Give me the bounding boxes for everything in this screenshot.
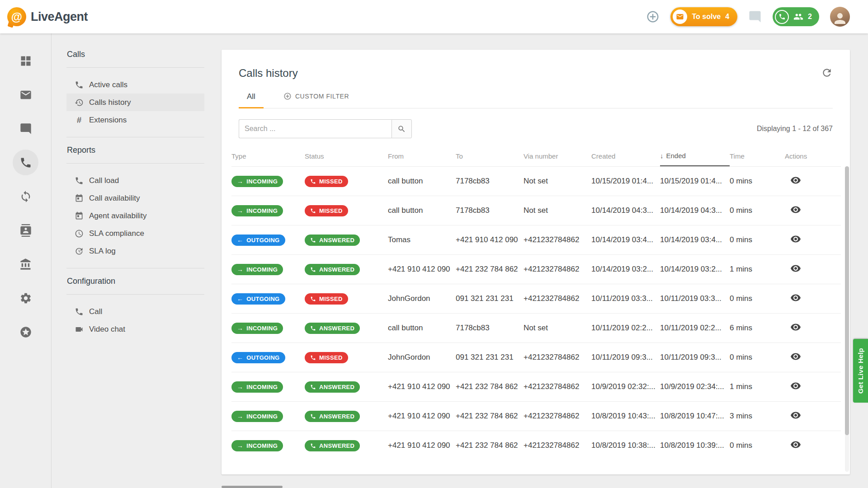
sidebar-item-sla-log[interactable]: SLA log [66,242,204,260]
cell-created: 10/11/2019 03:3... [591,294,660,303]
tab-all[interactable]: All [239,92,264,108]
sidebar-item-agent-availability[interactable]: Agent availability [66,207,204,225]
cell-status: ANSWERED [305,440,388,451]
sidebar-divider [66,137,204,137]
column-header-via-number[interactable]: Via number [524,145,591,166]
horizontal-scrollbar-thumb[interactable] [222,486,283,488]
cell-time: 0 mins [730,235,785,244]
arrow-left-icon: ← [237,296,243,302]
rail-item-mail[interactable] [13,82,38,108]
view-call-details-icon[interactable] [790,292,801,303]
column-header-actions[interactable]: Actions [785,145,841,166]
cell-via: Not set [524,177,591,186]
chat-bubble-icon[interactable] [748,10,762,23]
cell-from: call button [388,206,456,215]
rail-item-contacts[interactable] [13,217,38,243]
column-header-type[interactable]: Type [231,145,305,166]
view-call-details-icon[interactable] [790,410,801,421]
cell-via: +421232784862 [524,441,591,450]
sidebar-item-sla-compliance[interactable]: SLA compliance [66,225,204,242]
rail-item-dashboard[interactable] [13,48,38,74]
status-badge-answered: ANSWERED [305,411,360,422]
column-header-created[interactable]: Created [591,145,660,166]
cell-ended: 10/14/2019 04:3... [660,206,730,215]
tab-custom-filter[interactable]: CUSTOM FILTER [275,92,357,108]
arrow-right-icon: → [237,178,243,184]
table-row[interactable]: →INCOMINGANSWERED+421 910 412 090+421 23… [231,254,841,284]
arrow-right-icon: → [237,266,243,272]
view-call-details-icon[interactable] [790,204,801,215]
rail-item-star[interactable] [13,319,38,345]
cell-ended: 10/8/2019 10:39:... [660,441,730,450]
clock-icon [75,229,84,238]
phone-icon [310,325,316,331]
phone-status-pill[interactable]: 2 [773,7,819,26]
liveagent-logo[interactable]: @ LiveAgent [7,7,88,26]
table-row[interactable]: ←OUTGOINGMISSEDJohnGordon091 321 231 231… [231,284,841,313]
view-call-details-icon[interactable] [790,439,801,450]
column-header-ended[interactable]: ↓Ended [660,145,730,166]
sidebar-item-call[interactable]: Call [66,303,204,320]
table-row[interactable]: →INCOMINGANSWERED+421 910 412 090+421 23… [231,431,841,460]
table-row[interactable]: ←OUTGOINGMISSEDJohnGordon091 321 231 231… [231,343,841,372]
calls-history-card: Calls history All CUSTOM FILTER [222,50,850,474]
type-badge-incoming: →INCOMING [231,440,283,451]
view-call-details-icon[interactable] [790,380,801,391]
column-header-time[interactable]: Time [730,145,785,166]
table-row[interactable]: →INCOMINGMISSEDcall button7178cb83Not se… [231,166,841,196]
gear-icon [19,292,32,305]
scrollbar-thumb[interactable] [845,166,849,435]
column-header-from[interactable]: From [388,145,456,166]
cell-created: 10/9/2019 02:32:... [591,382,660,391]
rail-item-bank[interactable] [13,251,38,277]
view-call-details-icon[interactable] [790,263,801,274]
sidebar-item-calls-history[interactable]: Calls history [66,94,204,111]
search-button[interactable] [392,119,412,138]
sidebar-item-call-load[interactable]: Call load [66,172,204,189]
view-call-details-icon[interactable] [790,322,801,333]
rail-item-sync[interactable] [13,183,38,209]
arrow-left-icon: ← [237,237,243,243]
column-header-status[interactable]: Status [305,145,388,166]
view-call-details-icon[interactable] [790,175,801,186]
calendar-icon [75,211,84,221]
view-call-details-icon[interactable] [790,351,801,362]
user-avatar[interactable] [830,7,850,27]
table-row[interactable]: →INCOMINGANSWERED+421 910 412 090+421 23… [231,401,841,431]
table-row[interactable]: ←OUTGOINGANSWEREDTomas+421 910 412 090+4… [231,225,841,254]
column-label: Time [730,152,745,160]
column-header-to[interactable]: To [456,145,524,166]
sidebar-item-extensions[interactable]: #Extensions [66,111,204,129]
type-badge-incoming: →INCOMING [231,264,283,275]
rail-item-chat[interactable] [13,116,38,141]
cell-ended: 10/11/2019 09:3... [660,353,730,362]
sort-desc-icon: ↓ [660,152,664,160]
view-call-details-icon[interactable] [790,234,801,244]
cell-created: 10/15/2019 01:4... [591,177,660,186]
status-badge-label: ANSWERED [319,237,354,244]
sidebar-item-label: Call load [89,176,119,185]
add-circle-icon[interactable] [646,10,660,23]
app-body: CallsActive callsCalls history#Extension… [0,33,868,488]
to-solve-badge[interactable]: To solve 4 [670,7,737,26]
rail-item-phone[interactable] [13,150,38,175]
arrow-right-icon: → [237,442,243,449]
cell-to: 091 321 231 231 [456,294,524,303]
status-badge-label: ANSWERED [319,384,354,390]
sidebar-item-call-availability[interactable]: Call availability [66,189,204,207]
table-row[interactable]: →INCOMINGANSWEREDcall button7178cb83Not … [231,313,841,343]
search-input[interactable] [239,119,392,138]
table-row[interactable]: →INCOMINGANSWERED+421 910 412 090+421 23… [231,372,841,401]
phone-icon [310,413,316,419]
sidebar-item-video-chat[interactable]: Video chat [66,320,204,338]
cell-ended: 10/14/2019 03:4... [660,235,730,244]
get-live-help-button[interactable]: Get Live Help [853,339,868,403]
table-scrollbar[interactable] [845,166,849,472]
cell-created: 10/14/2019 03:2... [591,265,660,274]
cell-status: MISSED [305,205,388,216]
sidebar-item-active-calls[interactable]: Active calls [66,76,204,94]
refresh-icon[interactable] [821,67,833,79]
table-row[interactable]: →INCOMINGMISSEDcall button7178cb83Not se… [231,196,841,225]
sidebar-item-label: SLA compliance [89,229,144,238]
rail-item-gear[interactable] [13,285,38,311]
